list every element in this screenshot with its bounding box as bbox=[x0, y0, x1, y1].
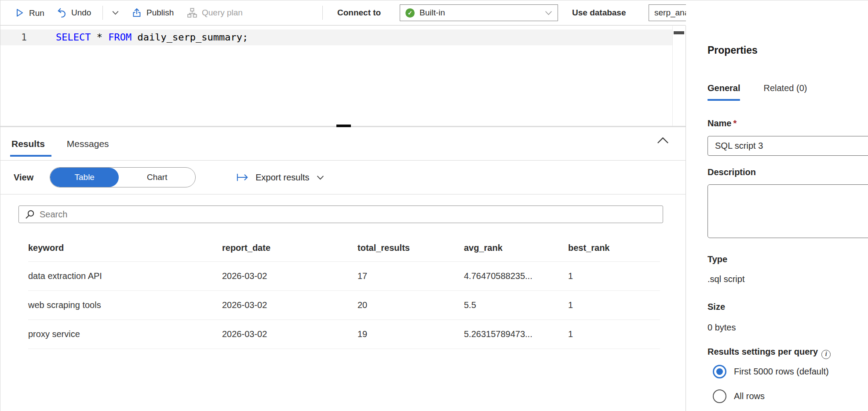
code-token: FROM bbox=[108, 32, 131, 43]
table-cell: 1 bbox=[568, 300, 660, 310]
table-cell: 20 bbox=[357, 300, 464, 310]
column-header[interactable]: keyword bbox=[28, 243, 222, 253]
radio-label: First 5000 rows (default) bbox=[734, 367, 829, 377]
table-cell: 17 bbox=[357, 271, 464, 281]
query-plan-label: Query plan bbox=[202, 8, 243, 18]
publish-label: Publish bbox=[146, 8, 174, 18]
publish-button[interactable]: Publish bbox=[131, 7, 174, 18]
type-label: Type bbox=[708, 254, 727, 264]
chevron-down-icon bbox=[317, 175, 324, 180]
table-row[interactable]: web scraping tools2026-03-02205.51 bbox=[28, 291, 660, 320]
publish-icon bbox=[131, 7, 142, 18]
code-token: daily_serp_summary; bbox=[131, 32, 248, 43]
radio-label: All rows bbox=[734, 391, 765, 401]
results-settings-label: Results settings per queryi bbox=[708, 347, 831, 359]
column-header[interactable]: report_date bbox=[222, 243, 357, 253]
chevron-down-icon bbox=[545, 11, 552, 15]
results-panel: Results Messages View Table Chart Export… bbox=[0, 127, 686, 411]
tab-related[interactable]: Related (0) bbox=[763, 83, 807, 101]
type-value: .sql script bbox=[708, 274, 744, 284]
view-toggle-table[interactable]: Table bbox=[50, 168, 119, 187]
run-label: Run bbox=[29, 8, 44, 18]
tab-general[interactable]: General bbox=[708, 83, 740, 101]
editor-scrollbar[interactable] bbox=[672, 26, 684, 126]
table-cell: 1 bbox=[568, 329, 660, 339]
connect-to-label: Connect to bbox=[337, 8, 381, 18]
undo-label: Undo bbox=[71, 8, 91, 18]
toolbar-divider bbox=[322, 6, 323, 20]
chevron-down-icon bbox=[112, 11, 119, 15]
radio-button-unselected[interactable] bbox=[713, 389, 726, 403]
description-label: Description bbox=[708, 167, 756, 177]
properties-panel: Properties General Related (0) Name* Des… bbox=[686, 0, 868, 411]
results-table-body: data extraction API2026-03-02174.7647058… bbox=[28, 262, 660, 349]
table-cell: data extraction API bbox=[28, 271, 222, 281]
tab-results[interactable]: Results bbox=[11, 139, 45, 149]
view-label: View bbox=[14, 172, 33, 183]
name-field[interactable] bbox=[708, 136, 868, 156]
run-options-dropdown-button[interactable] bbox=[112, 11, 119, 15]
column-header[interactable]: avg_rank bbox=[464, 243, 568, 253]
sql-editor[interactable]: 1 SELECT * FROM daily_serp_summary; bbox=[0, 26, 685, 126]
table-cell: 4.76470588235... bbox=[464, 271, 568, 281]
size-label: Size bbox=[708, 302, 725, 312]
table-cell: 5.5 bbox=[464, 300, 568, 310]
name-label: Name* bbox=[708, 118, 737, 128]
properties-tabbar: General Related (0) bbox=[708, 83, 807, 101]
export-results-button[interactable]: Export results bbox=[236, 172, 324, 183]
toolbar-divider bbox=[102, 6, 103, 20]
view-toggle: Table Chart bbox=[50, 167, 196, 187]
table-cell: 2026-03-02 bbox=[222, 329, 357, 339]
code-token: SELECT bbox=[56, 32, 91, 43]
active-tab-underline bbox=[10, 155, 51, 157]
query-plan-icon bbox=[187, 7, 197, 18]
code-token: * bbox=[91, 32, 108, 43]
results-table-header: keywordreport_datetotal_resultsavg_rankb… bbox=[28, 235, 660, 262]
toolbar: Run Undo Publish bbox=[0, 0, 686, 26]
export-results-label: Export results bbox=[255, 172, 309, 183]
run-button[interactable]: Run bbox=[15, 8, 44, 18]
collapse-panel-button[interactable] bbox=[656, 136, 670, 145]
results-tabbar: Results Messages bbox=[0, 127, 686, 161]
table-cell: 1 bbox=[568, 271, 660, 281]
table-cell: 5.26315789473... bbox=[464, 329, 568, 339]
export-icon bbox=[236, 172, 249, 182]
results-search-box bbox=[18, 206, 663, 223]
search-input[interactable] bbox=[40, 209, 663, 220]
code-line-content: SELECT * FROM daily_serp_summary; bbox=[56, 29, 248, 45]
run-play-icon bbox=[15, 8, 25, 18]
editor-scrollbar-thumb[interactable] bbox=[674, 31, 684, 34]
connection-dropdown[interactable]: ✓ Built-in bbox=[400, 4, 558, 21]
query-plan-button[interactable]: Query plan bbox=[187, 7, 243, 18]
properties-title: Properties bbox=[708, 44, 758, 56]
line-number: 1 bbox=[13, 29, 27, 45]
connected-check-icon: ✓ bbox=[405, 8, 415, 18]
column-header[interactable]: total_results bbox=[357, 243, 464, 253]
view-toggle-chart[interactable]: Chart bbox=[119, 168, 195, 187]
table-cell: proxy service bbox=[28, 329, 222, 339]
tab-messages[interactable]: Messages bbox=[67, 139, 109, 149]
undo-icon bbox=[56, 7, 67, 18]
connection-value: Built-in bbox=[419, 8, 445, 18]
table-cell: 2026-03-02 bbox=[222, 300, 357, 310]
column-header[interactable]: best_rank bbox=[568, 243, 660, 253]
table-row[interactable]: data extraction API2026-03-02174.7647058… bbox=[28, 262, 660, 291]
description-field[interactable] bbox=[708, 184, 868, 238]
table-cell: 2026-03-02 bbox=[222, 271, 357, 281]
radio-all-rows[interactable]: All rows bbox=[713, 389, 765, 403]
use-database-label: Use database bbox=[572, 8, 626, 18]
required-marker: * bbox=[733, 118, 737, 128]
radio-first-5000-rows[interactable]: First 5000 rows (default) bbox=[713, 365, 829, 378]
search-icon bbox=[25, 209, 35, 220]
table-row[interactable]: proxy service2026-03-02195.26315789473..… bbox=[28, 320, 660, 349]
radio-button-selected[interactable] bbox=[713, 365, 726, 378]
query-editor-window: Run Undo Publish bbox=[0, 0, 868, 411]
table-cell: web scraping tools bbox=[28, 300, 222, 310]
info-icon[interactable]: i bbox=[821, 350, 831, 359]
results-view-toolbar: View Table Chart Export results bbox=[0, 161, 686, 194]
results-table: keywordreport_datetotal_resultsavg_rankb… bbox=[0, 235, 686, 349]
table-cell: 19 bbox=[357, 329, 464, 339]
undo-button[interactable]: Undo bbox=[56, 7, 91, 18]
size-value: 0 bytes bbox=[708, 323, 736, 333]
